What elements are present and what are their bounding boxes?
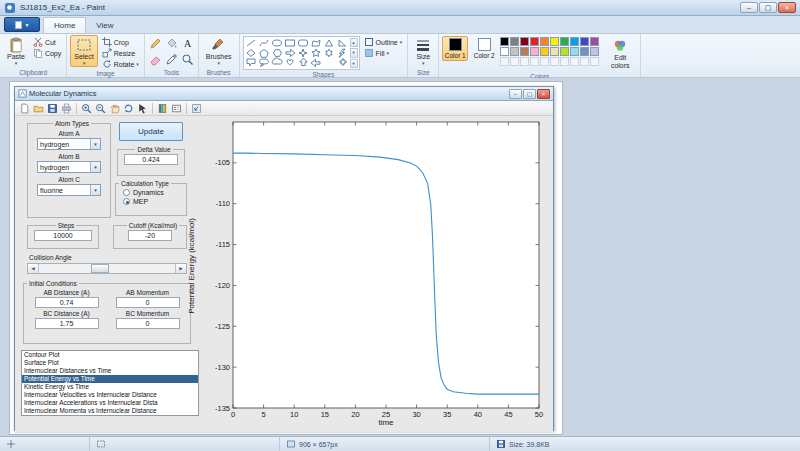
- copy-button[interactable]: Copy: [31, 48, 63, 58]
- slider-track[interactable]: [39, 264, 175, 273]
- ab-momentum-field[interactable]: 0: [116, 297, 180, 308]
- print-figure-icon[interactable]: [60, 102, 73, 115]
- atom-a-select[interactable]: hydrogen ▼: [37, 138, 101, 150]
- tab-home[interactable]: Home: [43, 17, 86, 33]
- plot-type-item[interactable]: Internuclear Velocities vs Internuclear …: [22, 391, 198, 399]
- palette-swatch[interactable]: [510, 37, 519, 46]
- crop-button[interactable]: Crop: [100, 37, 141, 47]
- zoom-out-icon[interactable]: [94, 102, 107, 115]
- palette-empty-slot[interactable]: [510, 57, 519, 66]
- dock-figure-icon[interactable]: [190, 102, 203, 115]
- color2-button[interactable]: Color 2: [471, 36, 497, 61]
- plot-type-item[interactable]: Kinetic Energy vs Time: [22, 383, 198, 391]
- insert-colorbar-icon[interactable]: [156, 102, 169, 115]
- atom-c-select[interactable]: fluorine ▼: [37, 184, 101, 196]
- palette-swatch[interactable]: [510, 47, 519, 56]
- rotate-3d-icon[interactable]: [122, 102, 135, 115]
- palette-swatch[interactable]: [520, 47, 529, 56]
- palette-empty-slot[interactable]: [560, 57, 569, 66]
- palette-swatch[interactable]: [520, 37, 529, 46]
- palette-swatch[interactable]: [570, 37, 579, 46]
- steps-field[interactable]: 10000: [34, 230, 92, 241]
- zoom-in-icon[interactable]: [80, 102, 93, 115]
- palette-empty-slot[interactable]: [550, 57, 559, 66]
- text-tool[interactable]: A: [180, 36, 195, 51]
- palette-empty-slot[interactable]: [520, 57, 529, 66]
- select-button[interactable]: Select ▾: [70, 35, 97, 67]
- paint-canvas[interactable]: Molecular Dynamics – ▢ × Atom Types Atom…: [10, 82, 562, 434]
- pan-icon[interactable]: [108, 102, 121, 115]
- palette-swatch[interactable]: [560, 37, 569, 46]
- magnifier-tool[interactable]: [180, 52, 195, 67]
- plot-type-item[interactable]: Contour Plot: [22, 351, 198, 359]
- maximize-button[interactable]: ▢: [759, 2, 777, 13]
- eraser-tool[interactable]: [148, 52, 163, 67]
- brushes-button[interactable]: Brushes ▾: [202, 35, 236, 67]
- save-figure-icon[interactable]: [46, 102, 59, 115]
- shapes-scroll-down[interactable]: ▼: [350, 48, 358, 57]
- plot-type-listbox[interactable]: Contour PlotSurface PlotInternuclear Dis…: [21, 350, 199, 416]
- slider-thumb[interactable]: [91, 264, 109, 273]
- shapes-scroll-up[interactable]: ▲: [350, 38, 358, 47]
- palette-empty-slot[interactable]: [540, 57, 549, 66]
- plot-type-item[interactable]: Internuclear Distances vs Time: [22, 367, 198, 375]
- palette-empty-slot[interactable]: [580, 57, 589, 66]
- collision-angle-slider[interactable]: ◀ ▶: [27, 263, 187, 274]
- plot-type-item[interactable]: Internuclear Accelerations vs Internucle…: [22, 399, 198, 407]
- minimize-button[interactable]: –: [740, 2, 758, 13]
- size-button[interactable]: Size ▾: [411, 35, 435, 67]
- bc-distance-field[interactable]: 1.75: [35, 318, 99, 329]
- color1-button[interactable]: Color 1: [442, 36, 468, 61]
- delta-value-field[interactable]: 0.424: [124, 154, 178, 165]
- palette-swatch[interactable]: [580, 47, 589, 56]
- slider-left-arrow-icon[interactable]: ◀: [28, 264, 39, 273]
- edit-colors-button[interactable]: Edit colors: [603, 36, 637, 72]
- md-maximize-button[interactable]: ▢: [523, 89, 536, 99]
- cutoff-field[interactable]: -20: [128, 230, 172, 241]
- data-cursor-icon[interactable]: [136, 102, 149, 115]
- palette-swatch[interactable]: [560, 47, 569, 56]
- insert-legend-icon[interactable]: [170, 102, 183, 115]
- palette-empty-slot[interactable]: [570, 57, 579, 66]
- palette-swatch[interactable]: [570, 47, 579, 56]
- md-close-button[interactable]: ×: [537, 89, 550, 99]
- mep-radio[interactable]: MEP: [123, 198, 186, 205]
- palette-swatch[interactable]: [550, 37, 559, 46]
- fill-bucket-tool[interactable]: [164, 36, 179, 51]
- palette-swatch[interactable]: [530, 47, 539, 56]
- palette-swatch[interactable]: [590, 47, 599, 56]
- bc-momentum-field[interactable]: 0: [116, 318, 180, 329]
- atom-b-select[interactable]: hydrogen ▼: [37, 161, 101, 173]
- cut-button[interactable]: Cut: [31, 37, 63, 47]
- paste-button[interactable]: Paste ▾: [3, 35, 29, 67]
- plot-type-item[interactable]: Surface Plot: [22, 359, 198, 367]
- palette-swatch[interactable]: [550, 47, 559, 56]
- palette-swatch[interactable]: [540, 47, 549, 56]
- color-picker-tool[interactable]: [164, 52, 179, 67]
- dynamics-radio[interactable]: Dynamics: [123, 189, 186, 196]
- fill-button[interactable]: Fill ▾: [362, 48, 405, 58]
- palette-swatch[interactable]: [580, 37, 589, 46]
- new-figure-icon[interactable]: [18, 102, 31, 115]
- palette-empty-slot[interactable]: [500, 57, 509, 66]
- resize-button[interactable]: Resize: [100, 48, 141, 58]
- palette-swatch[interactable]: [590, 37, 599, 46]
- rotate-button[interactable]: Rotate ▾: [100, 59, 141, 69]
- close-button[interactable]: ×: [778, 2, 796, 13]
- md-minimize-button[interactable]: –: [509, 89, 522, 99]
- palette-swatch[interactable]: [500, 47, 509, 56]
- plot-type-item[interactable]: Internuclear Momenta vs Internuclear Dis…: [22, 407, 198, 415]
- palette-swatch[interactable]: [540, 37, 549, 46]
- ab-distance-field[interactable]: 0.74: [35, 297, 99, 308]
- shapes-expand[interactable]: ▼: [350, 59, 358, 68]
- application-menu-button[interactable]: ▼: [4, 17, 40, 32]
- update-button[interactable]: Update: [119, 122, 183, 141]
- plot-type-item[interactable]: Potential Energy vs Time: [22, 375, 198, 383]
- outline-button[interactable]: Outline ▾: [362, 37, 405, 47]
- slider-right-arrow-icon[interactable]: ▶: [175, 264, 186, 273]
- tab-view[interactable]: View: [86, 18, 123, 33]
- palette-empty-slot[interactable]: [530, 57, 539, 66]
- palette-swatch[interactable]: [530, 37, 539, 46]
- palette-swatch[interactable]: [500, 37, 509, 46]
- shapes-grid[interactable]: ▲ ▼ ▼: [243, 36, 360, 70]
